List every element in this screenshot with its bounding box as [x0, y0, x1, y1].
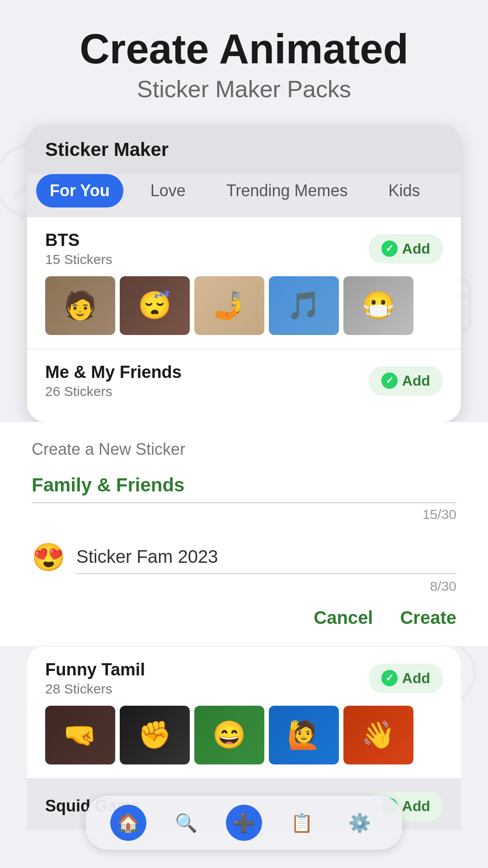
sticker-img-3[interactable]: 🤳	[194, 276, 264, 335]
funny-tamil-header: Funny Tamil 28 Stickers ✓ Add	[45, 660, 443, 697]
sticker-pack-friends: Me & My Friends 26 Stickers ✓ Add	[27, 349, 461, 422]
whatsapp-icon: ✓	[381, 241, 398, 257]
sticker-name-counter: 8/30	[32, 579, 456, 594]
add-icon: ➕	[233, 812, 255, 834]
tab-for-you[interactable]: For You	[36, 174, 123, 208]
sticker-row: 😍	[32, 540, 456, 574]
cancel-button[interactable]: Cancel	[314, 608, 373, 628]
tab-love[interactable]: Love	[137, 174, 199, 208]
tab-trending-memes[interactable]: Trending Memes	[213, 174, 361, 208]
sticker-name-input[interactable]	[76, 540, 456, 574]
funny-sticker-2[interactable]: ✊	[120, 706, 190, 764]
header: Create Animated Sticker Maker Packs	[0, 27, 488, 125]
search-icon: 🔍	[175, 812, 197, 834]
sticker-img-1[interactable]: 🧑	[45, 276, 115, 335]
funny-sticker-4[interactable]: 🙋	[269, 706, 339, 764]
sticker-pack-funny-tamil: Funny Tamil 28 Stickers ✓ Add 🤜 ✊ 😄	[27, 646, 461, 778]
sticker-img-2[interactable]: 😴	[120, 276, 190, 335]
bts-add-label: Add	[402, 241, 430, 257]
pack-name-input[interactable]	[32, 468, 456, 503]
packs-icon: 📋	[291, 812, 313, 834]
funny-tamil-name: Funny Tamil	[45, 660, 145, 679]
bts-pack-count: 15 Stickers	[45, 252, 112, 267]
whatsapp-icon-3: ✓	[381, 670, 398, 686]
sticker-emoji[interactable]: 😍	[32, 541, 66, 573]
squid-add-label: Add	[402, 798, 430, 815]
friends-pack-header: Me & My Friends 26 Stickers ✓ Add	[45, 363, 443, 399]
create-new-label: Create a New Sticker	[32, 440, 456, 459]
category-tabs: For You Love Trending Memes Kids	[27, 174, 461, 217]
sticker-img-4[interactable]: 🎵	[269, 276, 339, 335]
nav-add[interactable]: ➕	[226, 805, 262, 841]
tab-kids[interactable]: Kids	[375, 174, 434, 208]
friends-add-button[interactable]: ✓ Add	[369, 366, 443, 396]
page-subtitle: Sticker Maker Packs	[18, 75, 470, 103]
page-title: Create Animated	[18, 27, 470, 71]
home-icon: 🏠	[117, 812, 140, 834]
bts-add-button[interactable]: ✓ Add	[369, 234, 443, 264]
funny-tamil-add-button[interactable]: ✓ Add	[369, 664, 443, 693]
create-button[interactable]: Create	[400, 608, 456, 628]
sticker-pack-bts: BTS 15 Stickers ✓ Add 🧑 😴 🤳	[27, 217, 461, 349]
sticker-img-5[interactable]: 😷	[343, 276, 413, 335]
nav-settings[interactable]: ⚙️	[342, 805, 378, 841]
settings-icon: ⚙️	[348, 812, 371, 834]
pack-name-counter: 15/30	[32, 507, 456, 522]
pack-name-input-group: 15/30	[32, 468, 456, 522]
sticker-name-input-group: 😍 8/30	[32, 540, 456, 594]
bts-sticker-images: 🧑 😴 🤳 🎵 😷	[45, 276, 443, 335]
bts-pack-name: BTS	[45, 231, 112, 250]
friends-pack-count: 26 Stickers	[45, 384, 182, 399]
bts-pack-header: BTS 15 Stickers ✓ Add	[45, 231, 443, 267]
nav-packs[interactable]: 📋	[284, 805, 320, 841]
friends-pack-name: Me & My Friends	[45, 363, 182, 382]
funny-tamil-add-label: Add	[402, 670, 430, 687]
funny-sticker-1[interactable]: 🤜	[45, 706, 115, 764]
nav-search[interactable]: 🔍	[168, 805, 204, 841]
nav-home[interactable]: 🏠	[110, 805, 146, 841]
phone-card-header: Sticker Maker	[27, 125, 461, 174]
app-title: Sticker Maker	[45, 139, 443, 160]
funny-tamil-images: 🤜 ✊ 😄 🙋 👋	[45, 706, 443, 764]
bottom-nav: 🏠 🔍 ➕ 📋 ⚙️	[86, 796, 402, 850]
popup-actions: Cancel Create	[32, 608, 456, 628]
funny-sticker-3[interactable]: 😄	[194, 706, 264, 764]
phone-card-main: Sticker Maker For You Love Trending Meme…	[27, 125, 461, 422]
funny-tamil-count: 28 Stickers	[45, 681, 145, 697]
friends-add-label: Add	[402, 373, 430, 389]
create-sticker-popup: Create a New Sticker 15/30 😍 8/30 Cancel…	[0, 422, 488, 646]
whatsapp-icon-2: ✓	[381, 373, 398, 389]
funny-sticker-5[interactable]: 👋	[343, 706, 413, 764]
